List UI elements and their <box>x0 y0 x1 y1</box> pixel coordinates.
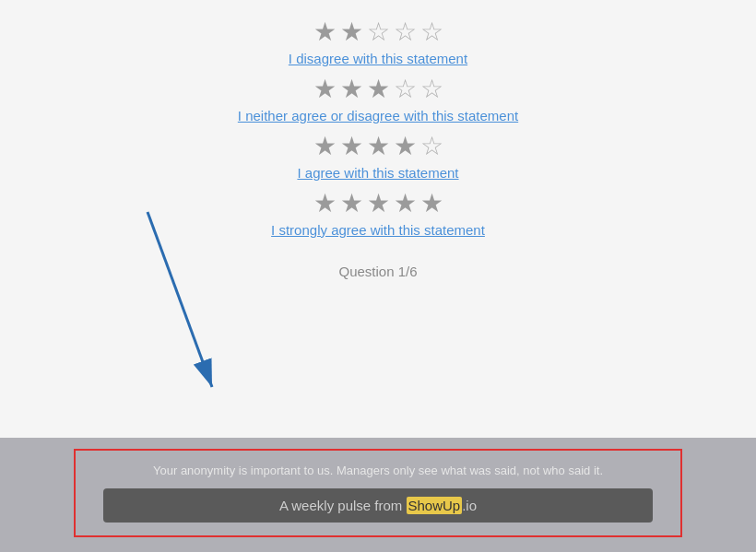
rating-link-neither[interactable]: I neither agree or disagree with this st… <box>238 108 518 123</box>
main-content: ★★☆☆☆I disagree with this statement★★★☆☆… <box>0 0 756 438</box>
star-5: ☆ <box>420 17 443 47</box>
svg-line-1 <box>148 212 212 387</box>
footer-box: Your anonymity is important to us. Manag… <box>74 449 682 537</box>
star-4: ★ <box>394 131 417 161</box>
stars-strongly_agree: ★★★★★ <box>313 188 443 218</box>
star-3: ★ <box>367 74 390 104</box>
ratings-container: ★★☆☆☆I disagree with this statement★★★☆☆… <box>238 9 518 245</box>
rating-link-strongly_agree[interactable]: I strongly agree with this statement <box>271 222 485 238</box>
stars-disagree: ★★☆☆☆ <box>313 17 443 47</box>
rating-link-disagree[interactable]: I disagree with this statement <box>289 51 467 66</box>
star-1: ★ <box>313 188 337 218</box>
star-2: ★ <box>340 17 363 47</box>
star-5: ☆ <box>420 74 443 104</box>
stars-neither: ★★★☆☆ <box>313 74 443 104</box>
star-1: ★ <box>313 17 337 47</box>
star-5: ☆ <box>420 131 443 161</box>
rating-option-neither: ★★★☆☆I neither agree or disagree with th… <box>238 74 518 123</box>
star-5: ★ <box>420 188 443 218</box>
star-2: ★ <box>340 74 363 104</box>
question-counter: Question 1/6 <box>338 264 417 279</box>
star-3: ★ <box>367 131 390 161</box>
star-3: ★ <box>367 188 390 218</box>
rating-option-strongly_agree: ★★★★★I strongly agree with this statemen… <box>238 188 518 238</box>
star-4: ☆ <box>394 74 417 104</box>
star-2: ★ <box>340 188 363 218</box>
star-1: ★ <box>313 74 337 104</box>
branding-text: A weekly pulse from ShowUp.io <box>279 498 477 513</box>
rating-link-agree[interactable]: I agree with this statement <box>297 165 458 181</box>
branding-bar: A weekly pulse from ShowUp.io <box>103 488 653 523</box>
rating-option-disagree: ★★☆☆☆I disagree with this statement <box>238 17 518 66</box>
star-3: ☆ <box>367 17 390 47</box>
star-4: ★ <box>394 188 417 218</box>
star-4: ☆ <box>394 17 417 47</box>
branding-prefix: A weekly pulse from <box>279 498 407 513</box>
branding-highlight: ShowUp <box>407 497 463 514</box>
footer-area: Your anonymity is important to us. Manag… <box>0 438 756 552</box>
star-2: ★ <box>340 131 363 161</box>
rating-option-agree: ★★★★☆I agree with this statement <box>238 131 518 181</box>
stars-agree: ★★★★☆ <box>313 131 443 161</box>
branding-suffix: .io <box>462 498 477 513</box>
anonymity-text: Your anonymity is important to us. Manag… <box>153 464 603 477</box>
star-1: ★ <box>313 131 337 161</box>
